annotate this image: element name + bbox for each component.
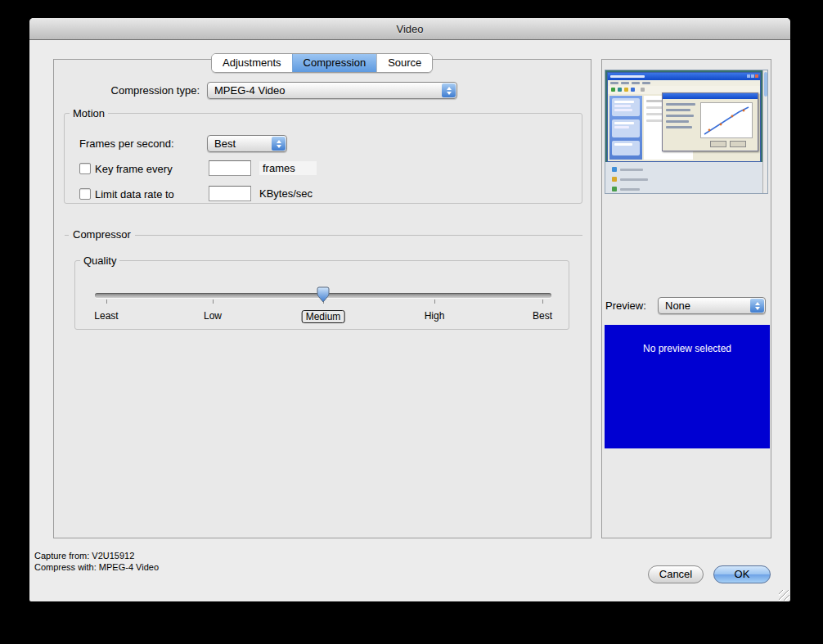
- toolbar-dot-icon: [618, 88, 622, 92]
- preview-select[interactable]: None: [658, 297, 766, 314]
- compression-type-select[interactable]: MPEG-4 Video: [207, 82, 457, 99]
- thumbnail-maximize-icon: [751, 74, 754, 78]
- slider-label-least: Least: [94, 310, 118, 322]
- fps-value: Best: [214, 136, 268, 151]
- task-pane-section: [612, 119, 640, 137]
- compressor-section-label: Compressor: [69, 228, 135, 241]
- thumbnail-app-window: [607, 72, 761, 162]
- motion-group: Motion Frames per second: Best Key frame…: [64, 107, 582, 204]
- inner-dialog-titlebar: [663, 93, 758, 99]
- datarate-checkbox[interactable]: [79, 188, 91, 200]
- keyframe-unit-label: frames: [259, 161, 317, 175]
- datarate-unit-label: KBytes/sec: [259, 186, 313, 201]
- inner-dialog-chart: [700, 102, 753, 138]
- no-preview-message: No preview selected: [643, 343, 731, 354]
- compressor-divider: [65, 235, 582, 236]
- tab-compression[interactable]: Compression: [292, 54, 377, 72]
- thumbnail-desktop-area: [605, 162, 767, 193]
- datarate-input[interactable]: [209, 186, 251, 201]
- tab-bar: Adjustments Compression Source: [211, 53, 433, 73]
- toolbar-dot-icon: [624, 88, 628, 92]
- quality-slider-thumb[interactable]: [317, 286, 330, 303]
- preview-panel: Preview: None No preview selected: [601, 59, 771, 538]
- tab-adjustments[interactable]: Adjustments: [212, 54, 292, 72]
- motion-group-label: Motion: [70, 107, 108, 119]
- resize-grip[interactable]: [779, 590, 789, 601]
- inner-dialog-button: [710, 141, 726, 147]
- slider-label-low: Low: [204, 310, 222, 322]
- keyframe-checkbox[interactable]: [79, 163, 91, 174]
- stepper-icon: [272, 137, 286, 151]
- scrollbar-thumb: [764, 72, 767, 97]
- thumbnail-inner-dialog: [662, 92, 758, 151]
- desktop-file-icon: [612, 167, 617, 172]
- compress-with-text: Compress with: MPEG-4 Video: [34, 562, 159, 573]
- slider-tick: [106, 299, 107, 304]
- slider-tick: [434, 299, 435, 304]
- keyframe-label: Key frame every: [95, 161, 173, 177]
- datarate-label: Limit data rate to: [95, 187, 174, 202]
- preview-display-area: No preview selected: [605, 325, 770, 448]
- tab-source[interactable]: Source: [376, 54, 432, 72]
- fps-select[interactable]: Best: [207, 135, 287, 152]
- quality-group-label: Quality: [80, 254, 119, 267]
- thumbnail-scrollbar: [762, 70, 767, 193]
- keyframe-input[interactable]: [209, 160, 251, 176]
- slider-label-high: High: [425, 310, 445, 322]
- toolbar-dot-icon: [631, 88, 635, 92]
- fps-label: Frames per second:: [79, 135, 174, 152]
- inner-dialog-button: [730, 141, 746, 147]
- compression-settings-panel: Compression type: MPEG-4 Video Motion Fr…: [53, 59, 591, 538]
- thumbnail-close-icon: [755, 74, 758, 78]
- compression-type-value: MPEG-4 Video: [214, 83, 438, 98]
- compression-type-label: Compression type:: [54, 82, 200, 99]
- thumbnail-title-text: [610, 75, 645, 78]
- task-pane-section: [612, 141, 640, 155]
- toolbar-dot-icon: [611, 88, 615, 92]
- cancel-button[interactable]: Cancel: [648, 565, 704, 583]
- desktop-file-icon: [612, 187, 617, 191]
- preview-label: Preview:: [605, 297, 646, 314]
- thumbnail-minimize-icon: [747, 74, 750, 78]
- slider-tick: [542, 299, 543, 304]
- preview-value: None: [665, 298, 747, 313]
- capture-from-text: Capture from: V2U15912: [34, 551, 134, 561]
- ok-button[interactable]: OK: [713, 565, 771, 583]
- stepper-icon: [442, 83, 456, 97]
- slider-label-best: Best: [533, 310, 552, 322]
- compressor-section: Compressor: [65, 228, 582, 241]
- window-titlebar[interactable]: Video: [29, 18, 790, 40]
- desktop-file-icon: [612, 177, 617, 182]
- slider-label-medium: Medium: [302, 310, 345, 323]
- stepper-icon: [750, 299, 764, 313]
- slider-tick: [213, 299, 214, 304]
- thumbnail-task-pane: [609, 96, 642, 160]
- task-pane-section: [612, 98, 640, 116]
- thumbnail-titlebar: [608, 73, 760, 80]
- video-dialog-window: Video Adjustments Compression Source Com…: [29, 18, 790, 601]
- toolbar-dot-icon: [641, 88, 645, 92]
- quality-group: Quality Least Low Medium: [74, 254, 569, 330]
- window-title: Video: [396, 23, 423, 35]
- preview-thumbnail: [605, 70, 768, 194]
